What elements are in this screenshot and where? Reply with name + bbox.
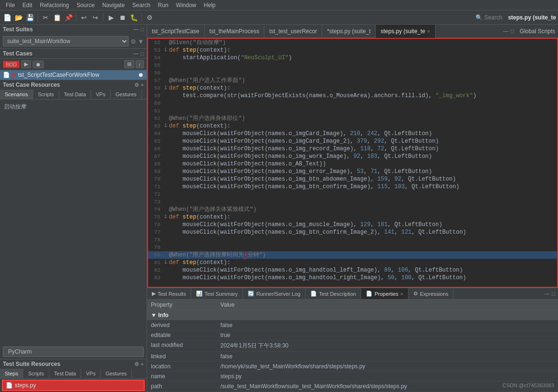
prop-key-linked: linked: [147, 352, 217, 362]
test-cases-header[interactable]: Test Cases — □: [0, 49, 147, 59]
menu-navigate[interactable]: Navigate: [98, 2, 128, 9]
bottom-tab-bar: ▶ Test Results 📊 Test Summary 🔄 Runner/S…: [147, 288, 558, 300]
toolbar-btn-run[interactable]: ▶: [106, 12, 116, 23]
code-line-61: 61: [148, 107, 557, 115]
tab-test-results[interactable]: ▶ Test Results: [147, 288, 191, 299]
tab-steps[interactable]: Steps: [0, 369, 23, 378]
suite-dropdown[interactable]: suite_test_MainWorkflow: [3, 36, 129, 46]
tab-scenarios[interactable]: Scenarios: [0, 90, 33, 99]
bottom-minimize-icon[interactable]: —: [544, 291, 550, 297]
test-suites-header[interactable]: Test Suites — □: [0, 25, 147, 34]
menu-run[interactable]: Run: [154, 2, 172, 9]
resource-item-massage[interactable]: 启动按摩: [2, 101, 145, 112]
test-cases-minimize-icon[interactable]: —: [133, 51, 139, 56]
steps-file-item[interactable]: 📄 steps.py: [2, 380, 145, 391]
toolbar-btn-debug[interactable]: 🐛: [129, 12, 139, 23]
filter-button[interactable]: ⊞: [124, 60, 134, 68]
maximize-icon[interactable]: □: [140, 27, 144, 32]
tab-close-icon[interactable]: ×: [427, 28, 430, 34]
suite-arrow-icon[interactable]: ▼: [138, 38, 144, 45]
test-case-item[interactable]: 📄 ▶ tst_ScriptTestCaseForWorkFlow ⏺: [0, 70, 147, 80]
code-line-77: 77 mouseClick(waitForObject(names.o_img_…: [148, 228, 557, 236]
test-suites-header-icons: — □: [133, 27, 144, 32]
suite-settings-icon[interactable]: ⚙: [130, 38, 136, 45]
record-button[interactable]: ⏺: [33, 61, 44, 68]
properties-tab-close[interactable]: ×: [400, 291, 403, 297]
toolbar-separator-4: [141, 13, 142, 22]
code-line-59: 59 test.compare(str(waitForObjectExists(…: [148, 92, 557, 100]
editor-maximize-icon[interactable]: □: [511, 28, 514, 35]
suite-res-add-icon[interactable]: +: [141, 361, 144, 367]
global-scripts-toggle[interactable]: Global Scripts: [517, 28, 558, 35]
tab-script-test-case[interactable]: tst_ScriptTestCase: [147, 25, 205, 38]
pycharm-button[interactable]: PyCharm: [3, 346, 144, 357]
bdd-label: BDD: [6, 62, 17, 67]
menu-search[interactable]: Search: [129, 2, 154, 9]
test-results-icon: ▶: [152, 291, 156, 297]
toolbar-btn-open[interactable]: 📂: [13, 12, 24, 23]
runner-log-label: Runner/Server Log: [256, 291, 300, 297]
bottom-maximize-icon[interactable]: □: [552, 291, 555, 297]
menu-refactoring[interactable]: Refactoring: [36, 2, 73, 9]
tab-suite-scripts[interactable]: Scripts: [23, 369, 49, 378]
tab-steps-modified[interactable]: *steps.py (suite_t: [322, 25, 376, 38]
tab-test-data[interactable]: Test Data: [59, 90, 91, 99]
toolbar-btn-new[interactable]: 📄: [2, 12, 12, 23]
test-case-resources-header[interactable]: Test Case Resources ⚙ +: [0, 80, 147, 90]
global-scripts-label: Global Scripts: [520, 28, 555, 35]
tab-test-description[interactable]: 📄 Test Description: [306, 288, 361, 299]
menu-source[interactable]: Source: [73, 2, 98, 9]
toolbar-btn-stop[interactable]: ⏹: [117, 12, 128, 23]
menu-edit[interactable]: Edit: [19, 2, 36, 9]
tab-main-process[interactable]: tst_theMainProcess: [205, 25, 264, 38]
properties-table: Property Value ▼ Info derived false: [147, 300, 558, 392]
toolbar-btn-undo[interactable]: ↩: [79, 12, 89, 23]
tab-main-label: tst_theMainProcess: [209, 28, 259, 35]
menu-help[interactable]: Help: [200, 2, 220, 9]
toolbar-btn-paste[interactable]: 📌: [63, 12, 74, 23]
code-line-70: 70 mouseClick(waitForObject(names.o_img_…: [148, 175, 557, 183]
code-line-68: 68 mouseClick(waitForObject(names.o_AB_T…: [148, 160, 557, 168]
toolbar-btn-settings[interactable]: ⚙: [144, 12, 155, 23]
tab-test-summary[interactable]: 📊 Test Summary: [191, 288, 243, 299]
tab-steps-modified-label: *steps.py (suite_t: [327, 28, 371, 35]
code-editor[interactable]: 52 @Given("自动按摩") 53 i def step(context)…: [147, 38, 558, 288]
run-button[interactable]: ▶: [21, 60, 31, 68]
properties-label: Properties: [374, 291, 398, 297]
suite-resources-header[interactable]: Test Suite Resources ⚙ +: [0, 359, 147, 369]
resources-add-icon[interactable]: +: [141, 82, 144, 88]
tab-expressions[interactable]: ⚙ Expressions: [409, 288, 454, 299]
menu-file[interactable]: File: [2, 2, 19, 9]
toolbar-btn-cut[interactable]: ✂: [40, 12, 51, 23]
prop-key-modified: last modified: [147, 340, 217, 352]
code-line-57: 57 @When("用户进入工作界面"): [148, 77, 557, 84]
tc-toolbar-right: ⊞ ↕: [124, 60, 144, 68]
info-section-label: ▼ Info: [147, 310, 558, 320]
toolbar-separator-3: [103, 13, 103, 22]
tab-user-recor[interactable]: tst_test_userRecor: [264, 25, 322, 38]
tab-suite-vps[interactable]: VPs: [81, 369, 101, 378]
toolbar-btn-save[interactable]: 💾: [25, 12, 35, 23]
code-line-67: 67 mouseClick(waitForObject(names.o_img_…: [148, 153, 557, 160]
tab-suite-gestures[interactable]: Gestures: [101, 369, 132, 378]
tab-properties[interactable]: 📄 Properties ×: [361, 288, 409, 299]
toolbar-btn-copy[interactable]: 📋: [52, 12, 62, 23]
tab-runner-log[interactable]: 🔄 Runner/Server Log: [243, 288, 306, 299]
properties-content: Property Value ▼ Info derived false: [147, 300, 558, 392]
bdd-button[interactable]: BDD: [3, 61, 19, 68]
code-line-58: 58 i def step(context):: [148, 84, 557, 92]
toolbar-btn-redo[interactable]: ↪: [90, 12, 101, 23]
editor-minimize-icon[interactable]: —: [503, 28, 509, 35]
menu-window[interactable]: Window: [172, 2, 200, 9]
minimize-icon[interactable]: —: [133, 27, 139, 32]
tab-scripts[interactable]: Scripts: [33, 90, 59, 99]
tab-suite-test-data[interactable]: Test Data: [49, 369, 81, 378]
sort-button[interactable]: ↕: [136, 60, 144, 68]
test-cases-maximize-icon[interactable]: □: [140, 51, 144, 56]
resources-settings-icon[interactable]: ⚙: [134, 82, 139, 88]
tab-gestures[interactable]: Gestures: [111, 90, 142, 99]
tab-vps[interactable]: VPs: [91, 90, 111, 99]
tab-steps-active[interactable]: steps.py (suite_te ×: [376, 25, 436, 38]
prop-row-modified: last modified 2024年1月5日 下午3:58:30: [147, 340, 558, 352]
suite-res-settings-icon[interactable]: ⚙: [134, 361, 139, 367]
